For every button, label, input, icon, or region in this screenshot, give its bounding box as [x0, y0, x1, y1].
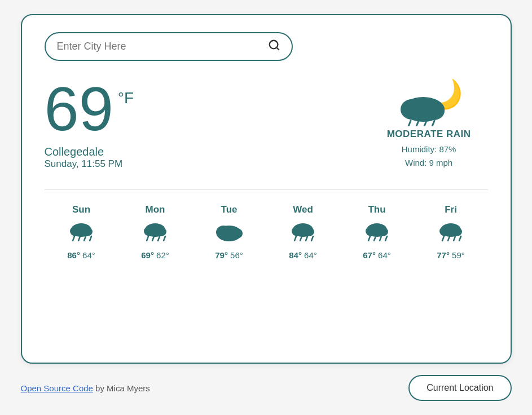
forecast-day-thu: Thu 67° 64°: [340, 204, 414, 260]
forecast-day-name-2: Tue: [221, 204, 238, 215]
temperature-section: 69 °F Collegedale Sunday, 11:55 PM: [45, 78, 134, 170]
current-datetime: Sunday, 11:55 PM: [45, 158, 134, 170]
condition-label: MODERATE RAIN: [387, 129, 471, 140]
forecast-day-name-0: Sun: [72, 204, 90, 215]
svg-line-38: [380, 236, 381, 241]
forecast-day-wed: Wed 84° 64°: [266, 204, 340, 260]
svg-point-11: [81, 227, 93, 236]
svg-line-32: [311, 236, 313, 241]
forecast-day-fri: Fri 77° 59°: [414, 204, 488, 260]
svg-point-35: [377, 227, 388, 236]
svg-point-10: [70, 226, 81, 236]
app-container: 69 °F Collegedale Sunday, 11:55 PM 🌙: [0, 0, 532, 415]
current-temperature: 69: [45, 78, 113, 140]
forecast-day-name-5: Fri: [445, 204, 457, 215]
svg-point-27: [292, 226, 303, 236]
forecast-day-mon: Mon 69° 62°: [118, 204, 192, 260]
forecast-section: Sun 86° 64°: [45, 189, 488, 260]
svg-line-29: [294, 236, 296, 241]
forecast-day-name-3: Wed: [293, 204, 313, 215]
condition-section: 🌙: [387, 78, 471, 170]
svg-point-18: [155, 227, 166, 236]
svg-line-13: [78, 236, 80, 241]
svg-line-30: [300, 236, 302, 241]
svg-line-8: [432, 121, 434, 126]
forecast-icon-2: [214, 221, 244, 245]
search-icon[interactable]: [268, 39, 280, 54]
svg-point-28: [303, 227, 314, 236]
wind-label: Wind: 9 mph: [405, 156, 452, 170]
city-name: Collegedale: [45, 145, 134, 158]
svg-point-25: [229, 228, 243, 239]
forecast-icon-5: [437, 221, 464, 245]
weather-card: 69 °F Collegedale Sunday, 11:55 PM 🌙: [21, 14, 512, 364]
svg-line-15: [90, 236, 91, 241]
footer-author: by Mica Myers: [93, 383, 150, 393]
current-location-button[interactable]: Current Location: [408, 375, 511, 401]
svg-line-39: [385, 236, 387, 241]
humidity-label: Humidity: 87%: [402, 143, 456, 156]
svg-point-4: [422, 102, 445, 120]
svg-line-5: [408, 121, 411, 126]
source-code-link[interactable]: Open Source Code: [21, 383, 93, 393]
svg-line-37: [374, 236, 376, 241]
forecast-temps-2: 79° 56°: [215, 250, 243, 260]
forecast-icon-0: [68, 221, 95, 245]
svg-line-31: [306, 236, 307, 241]
forecast-day-sun: Sun 86° 64°: [45, 204, 118, 260]
forecast-temps-4: 67° 64°: [363, 250, 391, 260]
svg-point-42: [451, 227, 462, 236]
forecast-day-name-4: Thu: [368, 204, 385, 215]
svg-point-34: [366, 226, 377, 236]
footer: Open Source Code by Mica Myers Current L…: [21, 375, 512, 401]
forecast-temps-5: 77° 59°: [437, 250, 465, 260]
svg-line-21: [158, 236, 160, 241]
footer-credit: Open Source Code by Mica Myers: [21, 383, 150, 393]
forecast-temps-3: 84° 64°: [289, 250, 317, 260]
weather-icon-large: 🌙: [395, 78, 463, 129]
forecast-icon-1: [142, 221, 169, 245]
svg-point-24: [216, 226, 231, 239]
svg-point-17: [144, 226, 155, 236]
forecast-day-tue: Tue 79° 56°: [192, 204, 266, 260]
svg-line-20: [152, 236, 154, 241]
svg-line-6: [416, 121, 419, 126]
forecast-icon-3: [289, 221, 316, 245]
svg-line-22: [164, 236, 165, 241]
svg-line-36: [368, 236, 370, 241]
svg-point-3: [401, 99, 423, 120]
svg-line-43: [442, 236, 444, 241]
svg-line-1: [276, 47, 279, 50]
svg-point-41: [439, 226, 451, 236]
forecast-temps-1: 69° 62°: [141, 250, 169, 260]
forecast-icon-4: [363, 221, 390, 245]
search-bar: [45, 32, 293, 61]
svg-line-44: [448, 236, 450, 241]
svg-line-19: [147, 236, 148, 241]
forecast-day-name-1: Mon: [146, 204, 165, 215]
svg-line-45: [454, 236, 455, 241]
main-info: 69 °F Collegedale Sunday, 11:55 PM 🌙: [45, 78, 488, 170]
temperature-unit: °F: [118, 89, 134, 107]
city-search-input[interactable]: [57, 41, 268, 52]
svg-line-14: [84, 236, 86, 241]
forecast-temps-0: 86° 64°: [67, 250, 95, 260]
svg-line-46: [459, 236, 461, 241]
svg-line-12: [73, 236, 74, 241]
